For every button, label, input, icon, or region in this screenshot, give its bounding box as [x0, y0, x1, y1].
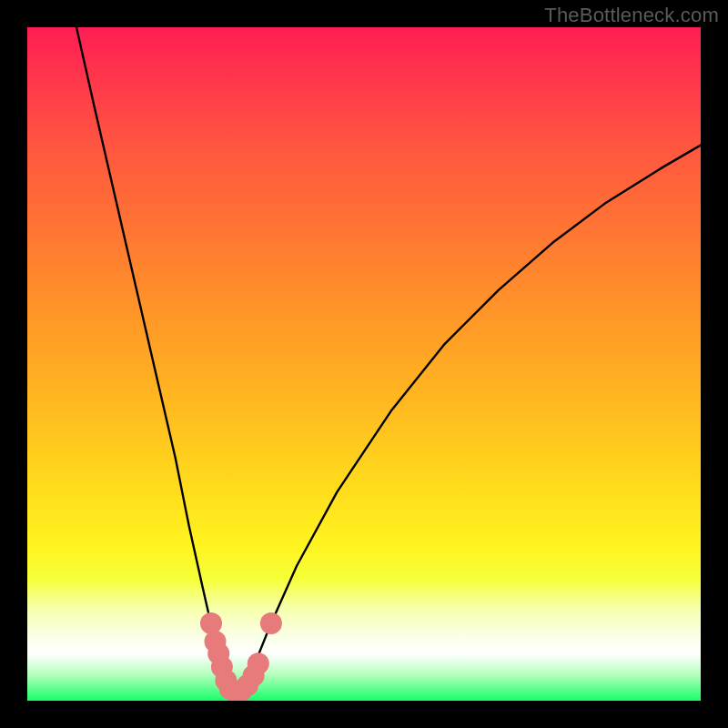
- marker-series: [200, 612, 282, 701]
- svg-point-0: [200, 612, 222, 634]
- plot-area: [27, 27, 701, 701]
- bottleneck-curve: [76, 27, 701, 692]
- curve-layer: [27, 27, 701, 701]
- watermark-text: TheBottleneck.com: [544, 4, 719, 27]
- svg-point-11: [260, 612, 282, 634]
- chart-stage: TheBottleneck.com: [0, 0, 728, 728]
- svg-point-10: [248, 652, 269, 674]
